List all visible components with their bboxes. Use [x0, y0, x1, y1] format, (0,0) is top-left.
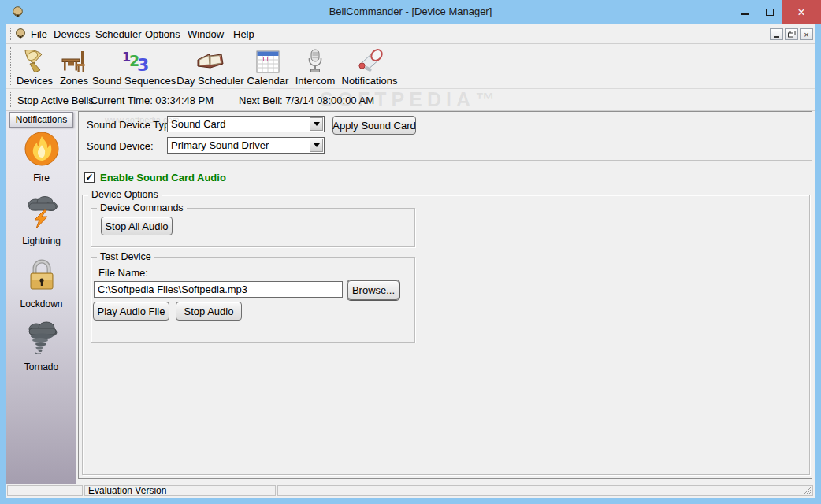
- bell-menu-icon: [14, 28, 27, 40]
- chevron-down-icon: [314, 143, 320, 150]
- toolbar-grip-handle[interactable]: [9, 47, 11, 85]
- sound-device-value: Primary Sound Driver: [168, 138, 309, 153]
- main-toolbar: Devices Zones 1 2 3 Sound Sequences: [6, 44, 815, 89]
- device-commands-group-label: Device Commands: [97, 202, 187, 213]
- toolbar-day-scheduler-label: Day Scheduler: [176, 75, 243, 87]
- menubar-grip-handle[interactable]: [9, 28, 11, 40]
- menu-scheduler[interactable]: Scheduler: [93, 28, 144, 41]
- toolbar-notifications-label: Notifications: [342, 75, 398, 87]
- toolbar-devices-label: Devices: [17, 75, 53, 87]
- maximize-icon: [766, 9, 774, 16]
- mdi-close-icon: ×: [804, 30, 808, 39]
- dropdown-arrow-button[interactable]: [310, 139, 323, 152]
- play-audio-file-button[interactable]: Play Audio File: [93, 302, 169, 321]
- mdi-minimize-icon: [774, 36, 779, 38]
- file-name-label: File Name:: [98, 267, 148, 279]
- resize-grip-icon[interactable]: [802, 485, 812, 495]
- tornado-cloud-icon: [24, 320, 60, 356]
- toolbar-zones-label: Zones: [60, 75, 88, 87]
- menu-options[interactable]: Options: [143, 28, 183, 41]
- sound-device-type-value: Sound Card: [168, 117, 309, 132]
- dropdown-arrow-button[interactable]: [310, 117, 323, 131]
- toolbar-zones-button[interactable]: Zones: [57, 46, 91, 87]
- menu-help[interactable]: Help: [231, 28, 257, 41]
- menu-file[interactable]: File: [28, 28, 50, 41]
- toolbar-sound-sequences-label: Sound Sequences: [92, 75, 176, 87]
- test-device-group: Test Device File Name: Browse... Play Au…: [91, 257, 415, 343]
- numbers-123-icon: 1 2 3: [120, 49, 148, 74]
- minimize-button[interactable]: [733, 0, 757, 24]
- storm-cloud-bolt-icon: [24, 194, 60, 230]
- sidebar-item-lockdown-label: Lockdown: [20, 298, 62, 309]
- enable-sound-card-checkbox[interactable]: ✓: [84, 172, 95, 183]
- device-options-group: Device Options Device Commands Stop All …: [82, 195, 810, 475]
- toolbar-intercom-button[interactable]: Intercom: [293, 46, 337, 87]
- toolbar-day-scheduler-button[interactable]: Day Scheduler: [175, 46, 246, 87]
- sidebar-item-lockdown[interactable]: Lockdown: [6, 257, 76, 309]
- titlebar[interactable]: BellCommander - [Device Manager] ×: [0, 0, 821, 24]
- stop-audio-button[interactable]: Stop Audio: [176, 302, 242, 321]
- statusbar: Evaluation Version: [6, 484, 815, 498]
- statusbar-panel-right: [277, 485, 813, 496]
- test-device-group-label: Test Device: [97, 251, 154, 262]
- statusbar-panel-left: [7, 485, 83, 496]
- statusbar-panel-version: Evaluation Version: [84, 485, 276, 496]
- sidebar-item-lightning[interactable]: Lightning: [6, 194, 76, 246]
- mdi-close-button[interactable]: ×: [800, 28, 813, 40]
- infobar-grip-handle[interactable]: [9, 92, 11, 107]
- minimize-icon: [741, 13, 749, 15]
- device-commands-group: Device Commands Stop All Audio: [91, 208, 415, 247]
- sidebar-item-tornado[interactable]: Tornado: [6, 320, 76, 372]
- browse-button[interactable]: Browse...: [347, 280, 399, 300]
- sound-device-select[interactable]: Primary Sound Driver: [167, 137, 325, 154]
- checkmark-icon: ✓: [85, 172, 93, 183]
- app-window: BellCommander - [Device Manager] × File …: [0, 0, 821, 504]
- sidebar-header-notifications[interactable]: Notifications: [9, 112, 73, 128]
- horn-icon: [21, 49, 48, 74]
- mdi-restore-icon: [788, 31, 796, 38]
- calendar-icon: [256, 49, 280, 74]
- maximize-button[interactable]: [757, 0, 782, 24]
- window-title: BellCommander - [Device Manager]: [0, 6, 821, 17]
- stop-active-bells-button[interactable]: Stop Active Bells: [17, 94, 94, 106]
- toolbar-notifications-button[interactable]: Notifications: [342, 46, 397, 87]
- toolbar-sound-sequences-button[interactable]: 1 2 3 Sound Sequences: [96, 46, 172, 87]
- current-time-text: Current Time: 03:34:48 PM: [91, 94, 214, 106]
- enable-sound-card-label[interactable]: Enable Sound Card Audio: [100, 172, 226, 183]
- sound-device-label: Sound Device:: [87, 140, 154, 152]
- padlock-icon: [24, 257, 60, 293]
- mdi-minimize-button[interactable]: [770, 28, 783, 40]
- close-icon: ×: [797, 6, 804, 20]
- megaphone-icon: [355, 49, 384, 74]
- menubar: File Devices Scheduler Options Window He…: [6, 24, 815, 44]
- evaluation-version-text: Evaluation Version: [88, 485, 166, 496]
- sidebar-item-tornado-label: Tornado: [24, 361, 58, 372]
- file-name-input[interactable]: [94, 281, 343, 298]
- mdi-restore-button[interactable]: [785, 28, 798, 40]
- sidebar-item-lightning-label: Lightning: [22, 235, 61, 246]
- section-divider: [79, 160, 812, 161]
- sound-device-type-select[interactable]: Sound Card: [167, 116, 325, 132]
- close-button[interactable]: ×: [782, 0, 821, 24]
- menu-window[interactable]: Window: [185, 28, 226, 41]
- sound-device-type-label: Sound Device Type:: [87, 119, 178, 131]
- chevron-down-icon: [314, 122, 320, 129]
- toolbar-devices-button[interactable]: Devices: [14, 46, 55, 87]
- sidebar-item-fire-label: Fire: [33, 172, 50, 183]
- toolbar-calendar-button[interactable]: Calendar: [246, 46, 290, 87]
- menu-devices[interactable]: Devices: [51, 28, 92, 41]
- stop-all-audio-button[interactable]: Stop All Audio: [101, 217, 173, 235]
- microphone-icon: [306, 49, 325, 74]
- notifications-sidebar: Notifications Fire Lightning: [6, 111, 76, 484]
- apply-sound-card-button[interactable]: Apply Sound Card: [332, 116, 416, 135]
- flame-icon: [24, 131, 60, 167]
- device-options-group-label: Device Options: [88, 189, 162, 200]
- toolbar-intercom-label: Intercom: [295, 75, 336, 87]
- sidebar-item-fire[interactable]: Fire: [6, 131, 76, 183]
- device-manager-panel: Sound Device Type: Sound Card Apply Soun…: [78, 111, 812, 479]
- next-bell-text: Next Bell: 7/3/14 08:00:00 AM: [239, 94, 374, 106]
- info-toolbar: Stop Active Bells Current Time: 03:34:48…: [6, 89, 815, 111]
- planner-book-icon: [195, 49, 225, 74]
- toolbar-calendar-label: Calendar: [247, 75, 289, 87]
- desk-chair-icon: [61, 49, 87, 74]
